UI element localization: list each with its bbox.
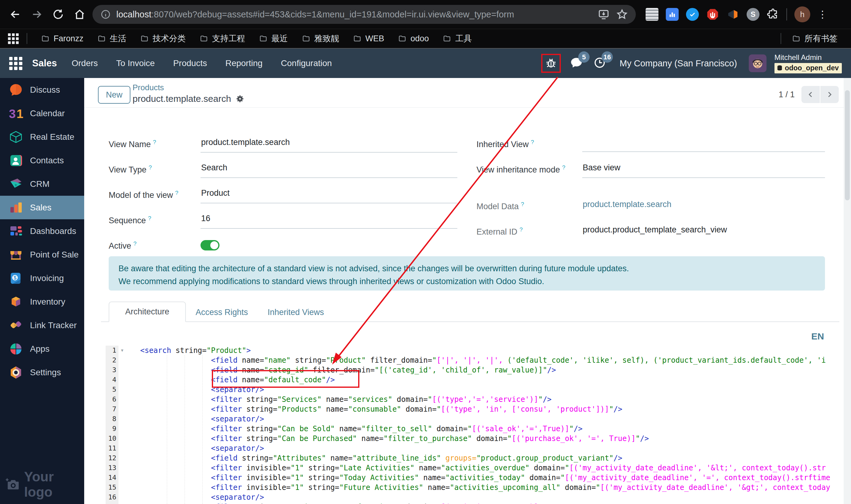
folder-icon bbox=[398, 35, 407, 42]
field-label: Model of the view? bbox=[109, 187, 201, 201]
field-input[interactable] bbox=[582, 136, 825, 152]
sidebar-item-crm[interactable]: CRM bbox=[0, 172, 84, 196]
bookmark-folder[interactable]: 雅致靓 bbox=[296, 31, 345, 46]
bookmark-folder[interactable]: 最近 bbox=[253, 31, 294, 46]
architecture-code-editor[interactable]: 1▼234567891011121314151617 <search strin… bbox=[106, 346, 840, 504]
help-marker: ? bbox=[153, 139, 156, 145]
actions-gear-icon[interactable] bbox=[236, 94, 245, 103]
extension-blocker-icon[interactable] bbox=[706, 8, 719, 21]
sidebar-item-contacts[interactable]: Contacts bbox=[0, 149, 84, 172]
tab-access-rights[interactable]: Access Rights bbox=[186, 303, 258, 322]
sidebar-item-calendar[interactable]: 31Calendar bbox=[0, 102, 84, 125]
tab-inherited-views[interactable]: Inherited Views bbox=[258, 303, 334, 322]
field-link[interactable]: product.template.search bbox=[582, 198, 672, 211]
bookmark-folder[interactable]: odoo bbox=[392, 31, 434, 46]
sidebar-item-settings[interactable]: Settings bbox=[0, 361, 84, 384]
messages-button[interactable]: 5 bbox=[569, 55, 584, 72]
bookmark-label: Faronzz bbox=[54, 34, 84, 43]
sidebar-item-discuss[interactable]: Discuss bbox=[0, 78, 84, 102]
all-bookmarks-folder[interactable]: 所有书签 bbox=[786, 31, 843, 46]
scrollbar-thumb[interactable] bbox=[845, 90, 850, 200]
apps-waffle-icon[interactable] bbox=[9, 57, 22, 70]
user-menu[interactable]: Mitchell Admin odoo_open_dev bbox=[775, 53, 842, 73]
help-marker: ? bbox=[134, 240, 137, 247]
browser-reload-button[interactable] bbox=[50, 6, 67, 23]
bookmark-star-icon[interactable] bbox=[616, 8, 628, 20]
extension-analytics-icon[interactable] bbox=[666, 8, 679, 21]
pager-next-button[interactable] bbox=[820, 86, 839, 103]
code-line: <search string="Product"> bbox=[140, 346, 840, 355]
bookmark-folder[interactable]: Faronzz bbox=[35, 31, 89, 46]
sales-icon bbox=[8, 200, 23, 215]
active-toggle[interactable] bbox=[201, 240, 220, 250]
menu-reporting[interactable]: Reporting bbox=[224, 56, 264, 71]
extension-s-icon[interactable]: S bbox=[747, 8, 760, 21]
contacts-icon bbox=[8, 153, 23, 168]
extensions-puzzle-icon[interactable] bbox=[767, 8, 779, 20]
field-input[interactable]: product.template.search bbox=[201, 136, 457, 152]
code-line: <filter string="Can be Purchased" name="… bbox=[140, 434, 840, 444]
tab-architecture[interactable]: Architecture bbox=[109, 302, 186, 322]
new-button[interactable]: New bbox=[98, 86, 131, 104]
bookmark-folder[interactable]: 技术分类 bbox=[134, 31, 191, 46]
scrollbar[interactable] bbox=[844, 78, 851, 504]
menu-to-invoice[interactable]: To Invoice bbox=[115, 56, 156, 71]
breadcrumb-parent-link[interactable]: Products bbox=[133, 83, 245, 92]
menu-configuration[interactable]: Configuration bbox=[280, 56, 333, 71]
bookmark-folder[interactable]: 生活 bbox=[91, 31, 132, 46]
svg-text:$: $ bbox=[14, 275, 17, 281]
sidebar-logo[interactable]: Your logo bbox=[5, 469, 84, 500]
folder-icon bbox=[301, 35, 311, 42]
browser-menu-button[interactable]: ⋮ bbox=[818, 8, 828, 20]
field-label: External ID? bbox=[476, 223, 582, 238]
install-app-icon[interactable] bbox=[598, 8, 609, 20]
browser-back-button[interactable] bbox=[7, 6, 24, 23]
apps-grid-icon[interactable] bbox=[8, 33, 19, 44]
standard-view-warning: Be aware that editing the architecture o… bbox=[109, 256, 825, 290]
sidebar-item-invoicing[interactable]: $Invoicing bbox=[0, 266, 84, 290]
language-badge[interactable]: EN bbox=[811, 331, 824, 342]
browser-forward-button[interactable] bbox=[28, 6, 45, 23]
bookmark-folder[interactable]: 工具 bbox=[437, 31, 477, 46]
help-marker: ? bbox=[520, 226, 523, 233]
sidebar-item-apps[interactable]: Apps bbox=[0, 337, 84, 361]
sidebar-item-sales[interactable]: Sales bbox=[0, 196, 84, 219]
sidebar-item-label: Real Estate bbox=[30, 132, 74, 142]
sidebar-item-inventory[interactable]: Inventory bbox=[0, 290, 84, 313]
activities-button[interactable]: 16 bbox=[592, 55, 607, 72]
line-number: 11 bbox=[106, 444, 119, 453]
apps-sidebar: Discuss31CalendarReal EstateContactsCRMS… bbox=[0, 78, 84, 504]
code-line: <filter string="Favorites" name="favorit… bbox=[140, 502, 840, 504]
current-app-name[interactable]: Sales bbox=[32, 58, 57, 69]
field-input[interactable]: Search bbox=[201, 161, 457, 178]
code-line: <filter invisible="1" string="Today Acti… bbox=[140, 473, 840, 483]
address-bar[interactable]: localhost:8070/web?debug=assets#id=453&c… bbox=[92, 5, 636, 24]
company-switcher[interactable]: My Company (San Francisco) bbox=[620, 58, 737, 69]
field-row-inherited-view: Inherited View? bbox=[476, 136, 825, 161]
field-input[interactable]: 16 bbox=[201, 212, 457, 229]
debug-bug-icon[interactable] bbox=[545, 57, 557, 69]
field-input[interactable]: Product bbox=[201, 187, 457, 203]
extension-stripes-icon[interactable] bbox=[646, 8, 658, 21]
field-label: Active? bbox=[109, 238, 201, 252]
browser-profile-avatar[interactable]: h bbox=[794, 6, 810, 22]
menu-orders[interactable]: Orders bbox=[70, 56, 99, 71]
sidebar-item-dashboards[interactable]: Dashboards bbox=[0, 219, 84, 243]
field-row-view-inheritance-mode: View inheritance mode?Base view bbox=[476, 161, 825, 198]
menu-products[interactable]: Products bbox=[172, 56, 208, 71]
bookmark-folder[interactable]: WEB bbox=[347, 31, 390, 46]
activities-count-badge: 16 bbox=[602, 51, 613, 63]
pos-icon bbox=[8, 247, 23, 262]
pager-previous-button[interactable] bbox=[801, 86, 820, 103]
user-avatar[interactable] bbox=[749, 54, 766, 72]
extension-check-icon[interactable] bbox=[686, 8, 699, 21]
extension-megaphone-icon[interactable] bbox=[726, 8, 739, 21]
sidebar-item-link-tracker[interactable]: Link Tracker bbox=[0, 313, 84, 337]
sidebar-item-point-of-sale[interactable]: Point of Sale bbox=[0, 243, 84, 266]
field-input[interactable]: Base view bbox=[582, 161, 825, 178]
line-number: 12 bbox=[106, 453, 119, 463]
bookmark-folder[interactable]: 支持工程 bbox=[194, 31, 251, 46]
sidebar-item-real-estate[interactable]: Real Estate bbox=[0, 125, 84, 149]
camera-plus-icon bbox=[5, 478, 20, 491]
browser-home-button[interactable] bbox=[71, 6, 88, 23]
